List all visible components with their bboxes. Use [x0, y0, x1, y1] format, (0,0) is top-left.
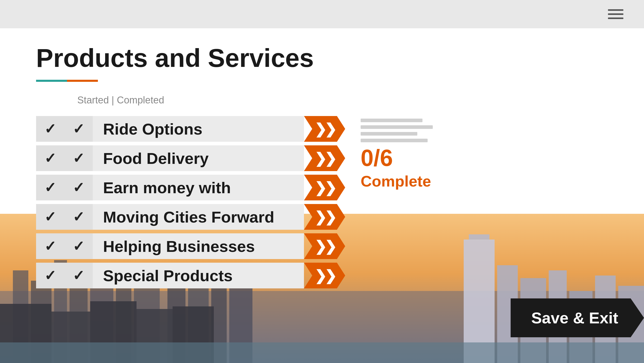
completed-check-2: ✓: [64, 145, 93, 171]
save-exit-button[interactable]: Save & Exit: [511, 298, 644, 337]
progress-line-2: [361, 125, 433, 129]
main-content: Products and Services Started | Complete…: [0, 28, 644, 363]
hamburger-menu-icon[interactable]: [608, 9, 623, 19]
title-underline: [36, 80, 608, 82]
checkmark-icon: ✓: [73, 121, 84, 137]
item-label-6: Special Products: [93, 263, 304, 288]
item-arrow-5[interactable]: ❯❯: [304, 233, 345, 259]
checkmark-icon: ✓: [44, 267, 56, 284]
checkmark-icon: ✓: [73, 150, 84, 166]
started-check-1: ✓: [36, 116, 64, 142]
item-arrow-3[interactable]: ❯❯: [304, 175, 345, 200]
table-row: ✓ ✓ Moving Cities Forward ❯❯: [36, 204, 345, 230]
progress-panel: 0/6 Complete: [361, 116, 433, 189]
completed-check-4: ✓: [64, 204, 93, 230]
progress-line-1: [361, 119, 422, 122]
checkmark-icon: ✓: [44, 179, 56, 196]
item-label-4: Moving Cities Forward: [93, 204, 304, 230]
table-row: ✓ ✓ Helping Businesses ❯❯: [36, 233, 345, 259]
checkmark-icon: ✓: [73, 238, 84, 254]
hamburger-line-3: [608, 17, 623, 19]
started-check-2: ✓: [36, 145, 64, 171]
table-row: ✓ ✓ Ride Options ❯❯: [36, 116, 345, 142]
top-bar: [0, 0, 644, 28]
item-arrow-4[interactable]: ❯❯: [304, 204, 345, 230]
checkmark-icon: ✓: [73, 267, 84, 284]
completed-check-5: ✓: [64, 233, 93, 259]
completed-check-6: ✓: [64, 263, 93, 288]
underline-orange: [67, 80, 98, 82]
item-arrow-1[interactable]: ❯❯: [304, 116, 345, 142]
table-row: ✓ ✓ Special Products ❯❯: [36, 263, 345, 288]
started-check-4: ✓: [36, 204, 64, 230]
progress-complete-label: Complete: [361, 174, 431, 189]
page-title: Products and Services: [36, 44, 608, 72]
hamburger-line-2: [608, 13, 623, 15]
checkmark-icon: ✓: [73, 209, 84, 225]
started-check-6: ✓: [36, 263, 64, 288]
underline-teal: [36, 80, 67, 82]
checkmark-icon: ✓: [44, 121, 56, 137]
item-label-3: Earn money with: [93, 175, 304, 200]
started-check-3: ✓: [36, 175, 64, 200]
table-row: ✓ ✓ Food Delivery ❯❯: [36, 145, 345, 171]
completed-check-3: ✓: [64, 175, 93, 200]
started-check-5: ✓: [36, 233, 64, 259]
item-label-5: Helping Businesses: [93, 233, 304, 259]
checkmark-icon: ✓: [44, 209, 56, 225]
progress-count: 0/6: [361, 146, 393, 170]
status-label: Started | Completed: [77, 95, 608, 106]
checkmark-icon: ✓: [44, 150, 56, 166]
progress-lines: [361, 119, 433, 142]
completed-check-1: ✓: [64, 116, 93, 142]
item-label-1: Ride Options: [93, 116, 304, 142]
items-table: ✓ ✓ Ride Options ❯❯ ✓ ✓: [36, 116, 345, 292]
progress-line-4: [361, 139, 428, 142]
table-wrapper: ✓ ✓ Ride Options ❯❯ ✓ ✓: [36, 116, 608, 292]
hamburger-line-1: [608, 9, 623, 11]
progress-line-3: [361, 132, 417, 136]
item-arrow-2[interactable]: ❯❯: [304, 145, 345, 171]
svg-rect-26: [0, 342, 644, 363]
item-label-2: Food Delivery: [93, 145, 304, 171]
table-row: ✓ ✓ Earn money with ❯❯: [36, 175, 345, 200]
checkmark-icon: ✓: [73, 179, 84, 196]
item-arrow-6[interactable]: ❯❯: [304, 263, 345, 288]
checkmark-icon: ✓: [44, 238, 56, 254]
